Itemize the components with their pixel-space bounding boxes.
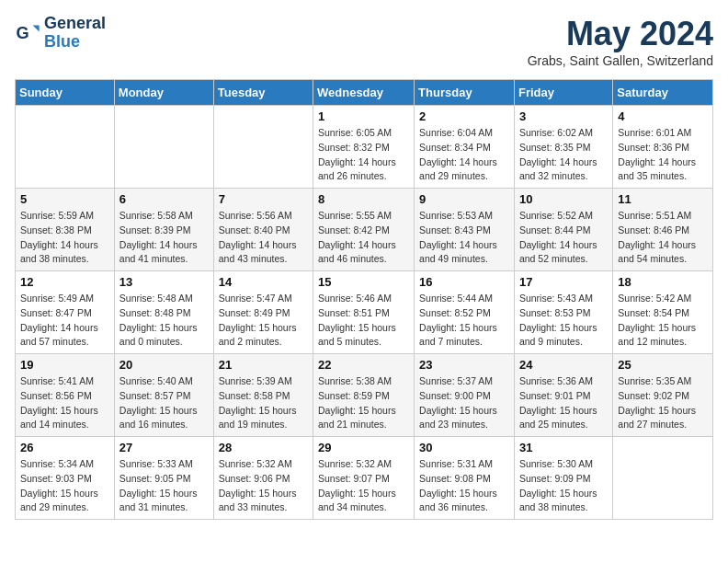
week-row-2: 5Sunrise: 5:59 AMSunset: 8:38 PMDaylight… <box>16 189 713 271</box>
calendar-cell: 22Sunrise: 5:38 AMSunset: 8:59 PMDayligh… <box>313 354 415 437</box>
day-info: Sunrise: 5:36 AMSunset: 9:01 PMDaylight:… <box>519 374 608 432</box>
day-number: 8 <box>318 192 409 206</box>
day-number: 2 <box>419 109 509 123</box>
day-info: Sunrise: 5:51 AMSunset: 8:46 PMDaylight:… <box>618 209 708 267</box>
day-number: 9 <box>419 192 509 206</box>
logo: G General Blue <box>15 15 106 52</box>
day-info: Sunrise: 5:35 AMSunset: 9:02 PMDaylight:… <box>618 374 708 432</box>
calendar-cell: 29Sunrise: 5:32 AMSunset: 9:07 PMDayligh… <box>313 437 415 520</box>
calendar-cell: 13Sunrise: 5:48 AMSunset: 8:48 PMDayligh… <box>114 271 213 354</box>
day-info: Sunrise: 6:05 AMSunset: 8:32 PMDaylight:… <box>318 126 409 184</box>
day-number: 10 <box>519 192 608 206</box>
day-number: 20 <box>119 358 209 372</box>
day-info: Sunrise: 6:02 AMSunset: 8:35 PMDaylight:… <box>519 126 608 184</box>
calendar-cell: 12Sunrise: 5:49 AMSunset: 8:47 PMDayligh… <box>16 271 115 354</box>
weekday-header-sunday: Sunday <box>16 80 115 106</box>
calendar-cell: 6Sunrise: 5:58 AMSunset: 8:39 PMDaylight… <box>114 189 213 271</box>
calendar-cell: 30Sunrise: 5:31 AMSunset: 9:08 PMDayligh… <box>415 437 515 520</box>
calendar-cell: 25Sunrise: 5:35 AMSunset: 9:02 PMDayligh… <box>613 354 713 437</box>
calendar-cell: 28Sunrise: 5:32 AMSunset: 9:06 PMDayligh… <box>213 437 313 520</box>
day-number: 12 <box>20 275 109 289</box>
day-number: 14 <box>219 275 308 289</box>
weekday-header-tuesday: Tuesday <box>213 80 313 106</box>
day-info: Sunrise: 5:46 AMSunset: 8:51 PMDaylight:… <box>318 292 409 350</box>
svg-marker-1 <box>33 25 40 31</box>
day-info: Sunrise: 6:01 AMSunset: 8:36 PMDaylight:… <box>618 126 708 184</box>
weekday-header-friday: Friday <box>514 80 612 106</box>
day-number: 23 <box>419 358 509 372</box>
day-info: Sunrise: 5:34 AMSunset: 9:03 PMDaylight:… <box>20 457 109 515</box>
calendar-cell: 1Sunrise: 6:05 AMSunset: 8:32 PMDaylight… <box>313 106 415 189</box>
month-title: May 2024 <box>528 15 713 53</box>
day-number: 21 <box>219 358 308 372</box>
calendar-cell: 14Sunrise: 5:47 AMSunset: 8:49 PMDayligh… <box>213 271 313 354</box>
calendar-cell: 23Sunrise: 5:37 AMSunset: 9:00 PMDayligh… <box>415 354 515 437</box>
day-number: 4 <box>618 109 708 123</box>
calendar-cell <box>213 106 313 189</box>
day-info: Sunrise: 5:30 AMSunset: 9:09 PMDaylight:… <box>519 457 608 515</box>
day-info: Sunrise: 5:44 AMSunset: 8:52 PMDaylight:… <box>419 292 509 350</box>
day-info: Sunrise: 5:40 AMSunset: 8:57 PMDaylight:… <box>119 374 209 432</box>
calendar-cell: 4Sunrise: 6:01 AMSunset: 8:36 PMDaylight… <box>613 106 713 189</box>
calendar-cell <box>16 106 115 189</box>
day-info: Sunrise: 5:53 AMSunset: 8:43 PMDaylight:… <box>419 209 509 267</box>
weekday-header-monday: Monday <box>114 80 213 106</box>
day-number: 11 <box>618 192 708 206</box>
calendar-cell: 31Sunrise: 5:30 AMSunset: 9:09 PMDayligh… <box>514 437 612 520</box>
logo-text: General Blue <box>44 15 106 52</box>
day-info: Sunrise: 5:42 AMSunset: 8:54 PMDaylight:… <box>618 292 708 350</box>
calendar-cell: 11Sunrise: 5:51 AMSunset: 8:46 PMDayligh… <box>613 189 713 271</box>
weekday-header-row: SundayMondayTuesdayWednesdayThursdayFrid… <box>16 80 713 106</box>
page-header: G General Blue May 2024 Grabs, Saint Gal… <box>15 15 713 68</box>
day-info: Sunrise: 5:33 AMSunset: 9:05 PMDaylight:… <box>119 457 209 515</box>
day-number: 22 <box>318 358 409 372</box>
calendar-cell: 8Sunrise: 5:55 AMSunset: 8:42 PMDaylight… <box>313 189 415 271</box>
day-number: 3 <box>519 109 608 123</box>
day-number: 25 <box>618 358 708 372</box>
day-number: 5 <box>20 192 109 206</box>
day-info: Sunrise: 5:55 AMSunset: 8:42 PMDaylight:… <box>318 209 409 267</box>
day-info: Sunrise: 5:49 AMSunset: 8:47 PMDaylight:… <box>20 292 109 350</box>
weekday-header-thursday: Thursday <box>415 80 515 106</box>
title-block: May 2024 Grabs, Saint Gallen, Switzerlan… <box>528 15 713 68</box>
day-number: 26 <box>20 441 109 454</box>
day-number: 30 <box>419 441 509 454</box>
week-row-3: 12Sunrise: 5:49 AMSunset: 8:47 PMDayligh… <box>16 271 713 354</box>
day-info: Sunrise: 5:41 AMSunset: 8:56 PMDaylight:… <box>20 374 109 432</box>
day-number: 18 <box>618 275 708 289</box>
calendar-cell: 10Sunrise: 5:52 AMSunset: 8:44 PMDayligh… <box>514 189 612 271</box>
calendar-table: SundayMondayTuesdayWednesdayThursdayFrid… <box>15 79 713 520</box>
calendar-cell: 7Sunrise: 5:56 AMSunset: 8:40 PMDaylight… <box>213 189 313 271</box>
day-info: Sunrise: 5:56 AMSunset: 8:40 PMDaylight:… <box>219 209 308 267</box>
day-number: 24 <box>519 358 608 372</box>
day-number: 15 <box>318 275 409 289</box>
day-info: Sunrise: 5:31 AMSunset: 9:08 PMDaylight:… <box>419 457 509 515</box>
calendar-cell: 5Sunrise: 5:59 AMSunset: 8:38 PMDaylight… <box>16 189 115 271</box>
calendar-cell <box>114 106 213 189</box>
calendar-cell: 15Sunrise: 5:46 AMSunset: 8:51 PMDayligh… <box>313 271 415 354</box>
day-info: Sunrise: 5:32 AMSunset: 9:07 PMDaylight:… <box>318 457 409 515</box>
day-number: 17 <box>519 275 608 289</box>
day-number: 16 <box>419 275 509 289</box>
day-info: Sunrise: 5:52 AMSunset: 8:44 PMDaylight:… <box>519 209 608 267</box>
day-info: Sunrise: 5:39 AMSunset: 8:58 PMDaylight:… <box>219 374 308 432</box>
week-row-1: 1Sunrise: 6:05 AMSunset: 8:32 PMDaylight… <box>16 106 713 189</box>
day-info: Sunrise: 5:43 AMSunset: 8:53 PMDaylight:… <box>519 292 608 350</box>
day-number: 6 <box>119 192 209 206</box>
day-number: 7 <box>219 192 308 206</box>
week-row-5: 26Sunrise: 5:34 AMSunset: 9:03 PMDayligh… <box>16 437 713 520</box>
calendar-cell: 21Sunrise: 5:39 AMSunset: 8:58 PMDayligh… <box>213 354 313 437</box>
day-info: Sunrise: 5:58 AMSunset: 8:39 PMDaylight:… <box>119 209 209 267</box>
weekday-header-wednesday: Wednesday <box>313 80 415 106</box>
calendar-cell: 17Sunrise: 5:43 AMSunset: 8:53 PMDayligh… <box>514 271 612 354</box>
day-number: 28 <box>219 441 308 454</box>
calendar-cell: 20Sunrise: 5:40 AMSunset: 8:57 PMDayligh… <box>114 354 213 437</box>
location: Grabs, Saint Gallen, Switzerland <box>528 53 713 68</box>
day-number: 1 <box>318 109 409 123</box>
day-info: Sunrise: 5:32 AMSunset: 9:06 PMDaylight:… <box>219 457 308 515</box>
calendar-cell: 2Sunrise: 6:04 AMSunset: 8:34 PMDaylight… <box>415 106 515 189</box>
calendar-cell: 18Sunrise: 5:42 AMSunset: 8:54 PMDayligh… <box>613 271 713 354</box>
svg-text:G: G <box>16 23 28 41</box>
calendar-cell <box>613 437 713 520</box>
calendar-cell: 9Sunrise: 5:53 AMSunset: 8:43 PMDaylight… <box>415 189 515 271</box>
